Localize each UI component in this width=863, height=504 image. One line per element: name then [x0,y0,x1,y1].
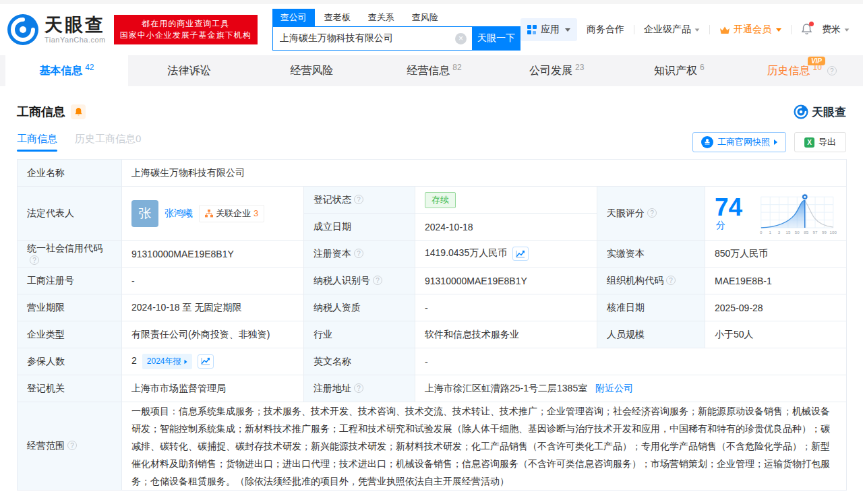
credit-code-value: 91310000MAE19E8B1Y [122,241,304,267]
staff-size-value: 小于50人 [705,321,847,348]
help-icon[interactable] [354,249,363,258]
tab-history-info[interactable]: VIP 历史信息 10 [740,55,863,86]
export-label: 导出 [819,136,836,148]
score-distribution-chart: 0 1 3 15 50 85 97 99 100 [758,191,837,237]
section-title: 工商信息 [17,104,65,120]
value-text: 850万人民币 [715,248,768,259]
axis-tick: 50 [794,229,799,234]
field-label: 统一社会信用代码 [18,241,122,267]
nav-apps[interactable]: 应用 [520,18,577,41]
axis-tick: 1 [769,229,771,234]
reg-authority-value: 上海市市场监督管理局 [122,375,304,402]
search-button[interactable]: 天眼一下 [472,26,520,51]
org-code-value: MAE19E8B-1 [705,267,847,294]
label-text: 营业期限 [27,302,65,313]
field-label: 法定代表人 [18,187,122,241]
search-tab-relation[interactable]: 查关系 [360,9,403,26]
tab-label: 基本信息 [39,64,82,78]
tab-company-development[interactable]: 公司发展 23 [496,55,618,86]
search-tab-risk[interactable]: 查风险 [404,9,446,26]
logo-subtitle: TianYanCha.com [44,36,106,44]
subtab-row: 工商信息 历史工商信息0 工商官网快照 导出 [17,132,846,152]
table-row: 营业期限 2024-10-18 至 无固定期限 纳税人资质 - 核准日期 202… [18,294,847,321]
label-text: 企业类型 [27,329,65,340]
notifications-bell[interactable] [801,23,812,37]
reg-number-value: - [122,267,304,294]
nav-user[interactable]: 费米 [822,24,850,36]
subtab-business-info[interactable]: 工商信息 [17,133,57,152]
axis-tick: 85 [804,229,808,234]
approval-date-value: 2025-09-28 [705,294,847,321]
reg-status-cell: 存续 [415,187,597,214]
help-icon[interactable] [354,383,363,393]
score-unit: 分 [716,220,725,230]
reg-capital-value: 1419.0435万人民币 [415,241,597,267]
field-label: 人员规模 [597,321,705,348]
help-icon[interactable] [647,208,657,218]
value-text: 2024-10-18 至 无固定期限 [131,302,241,313]
help-icon[interactable] [373,276,382,285]
tianyancha-logo-icon [7,13,39,46]
chevron-down-icon [695,28,700,31]
slogan-line1: 都在用的商业查询工具 [120,18,251,30]
nav-enterprise[interactable]: 企业级产品 [644,24,700,36]
tianyancha-logo[interactable]: 天眼查 TianYanCha.com [7,13,106,46]
label-text: 参保人数 [27,356,65,367]
help-icon[interactable] [30,255,39,265]
field-label: 参保人数 [18,348,122,375]
annual-report-badge[interactable]: 2024年报 [142,354,192,369]
nav-vip[interactable]: 开通会员 [719,24,781,36]
chevron-down-icon [565,28,570,32]
help-icon[interactable] [67,441,77,450]
related-companies-badge[interactable]: 关联企业 3 [199,205,264,222]
nav-user-label: 费米 [822,24,841,36]
help-icon[interactable] [666,276,676,285]
axis-tick: 100 [829,229,837,234]
value-text: 上海市市场监督管理局 [131,383,226,393]
excel-icon [804,137,814,148]
stamp-icon [701,136,713,148]
search-tab-boss[interactable]: 查老板 [316,9,359,26]
trend-chart-icon[interactable] [198,354,214,369]
tab-operating-risk[interactable]: 经营风险 [250,55,373,86]
search-input[interactable] [273,27,472,50]
related-label: 关联企业 [216,208,251,220]
taxpayer-quality-value: - [415,294,597,321]
label-text: 工商注册号 [27,275,74,286]
field-label: 注册地址 [304,375,415,402]
clear-icon[interactable] [455,33,467,44]
axis-tick: 0 [760,229,763,234]
nav-cooperation[interactable]: 商务合作 [587,24,624,36]
help-icon[interactable] [827,66,837,75]
search-tab-company[interactable]: 查公司 [272,9,315,26]
tab-intellectual-property[interactable]: 知识产权 6 [618,55,741,86]
table-row: 统一社会信用代码 91310000MAE19E8B1Y 注册资本 1419.04… [18,241,847,267]
table-row: 法定代表人 张 张鸿曦 关联企业 3 [18,187,847,214]
tab-basic-info[interactable]: 基本信息 42 [5,55,128,86]
tab-legal[interactable]: 法律诉讼 [128,55,251,86]
related-count: 3 [254,208,258,218]
axis-tick: 15 [785,229,790,234]
tab-business-info[interactable]: 经营信息 82 [373,55,496,86]
export-button[interactable]: 导出 [794,132,846,152]
search-box [272,26,472,51]
nearby-companies-link[interactable]: 附近公司 [595,383,633,393]
help-icon[interactable] [354,195,363,204]
subtab-history-business-info[interactable]: 历史工商信息0 [75,133,141,152]
arrow-right-icon [184,359,187,363]
subscribe-bell-button[interactable] [71,104,86,119]
legal-rep-link[interactable]: 张鸿曦 [165,208,193,220]
field-label: 组织机构代码 [597,267,705,294]
trend-chart-icon[interactable] [512,247,529,261]
table-row: 企业类型 有限责任公司(外商投资、非独资) 行业 软件和信息技术服务业 人员规模… [18,321,847,348]
official-snapshot-button[interactable]: 工商官网快照 [692,132,786,152]
score-value: 74 [715,193,742,221]
value-text: 上海市徐汇区虹漕路25-1号二层1385室 [425,383,587,393]
value-text: 91310000MAE19E8B1Y [425,276,527,286]
tab-label: 历史信息 [767,64,810,78]
avatar[interactable]: 张 [131,200,158,227]
business-info-table: 企业名称 上海碳生万物科技有限公司 法定代表人 张 张鸿曦 [17,159,847,491]
table-row: 企业名称 上海碳生万物科技有限公司 [18,160,847,187]
label-text: 注册资本 [314,248,351,259]
value-text: - [131,276,135,286]
